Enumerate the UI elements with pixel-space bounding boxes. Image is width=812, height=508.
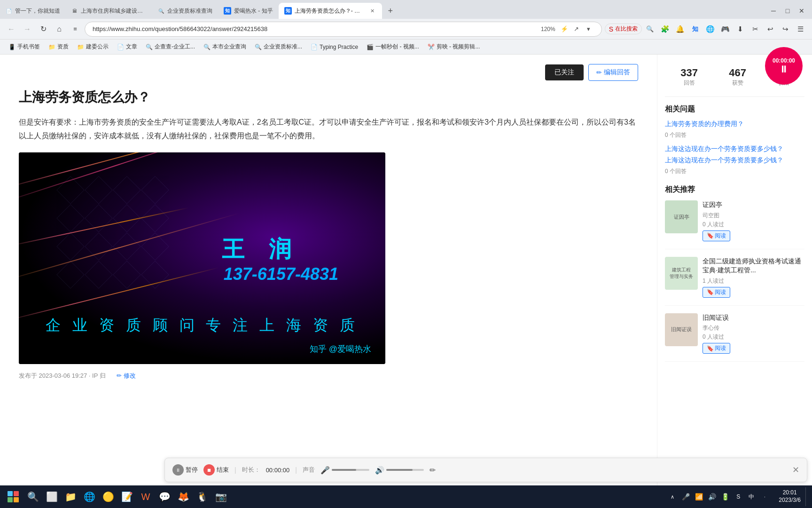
read-btn-2[interactable]: 🔖 阅读 xyxy=(703,287,730,298)
taskbar-explorer[interactable]: 📁 xyxy=(62,488,79,505)
recommend-item-1: 证因亭 证因亭 司空图 0 人读过 🔖 阅读 xyxy=(665,200,804,249)
rec-edit-icon[interactable]: ✏ xyxy=(429,466,436,475)
stat-answers-num: 337 xyxy=(680,67,698,79)
bookmark-qualification[interactable]: 📁 资质 xyxy=(45,42,72,52)
stat-likes: 467 获赞 xyxy=(729,67,746,87)
edit-icon: ✏ xyxy=(596,69,602,76)
stop-button[interactable]: ⏹ 结束 xyxy=(203,464,229,476)
address-input[interactable]: https://www.zhihu.com/question/586643022… xyxy=(85,22,602,37)
tab-1[interactable]: 📄 管一下，你就知道 xyxy=(0,3,66,19)
tray-speaker[interactable]: 🔊 xyxy=(706,491,718,502)
rec-close-button[interactable]: ✕ xyxy=(792,465,799,475)
show-desktop-button[interactable] xyxy=(805,487,808,506)
taskbar-clock[interactable]: 20:01 2023/3/6 xyxy=(776,489,804,504)
browser-addon-3[interactable]: 🎮 xyxy=(718,22,732,36)
read-btn-1[interactable]: 🔖 阅读 xyxy=(703,230,730,241)
forward-button[interactable]: → xyxy=(21,23,34,36)
read-btn-3[interactable]: 🔖 阅读 xyxy=(703,343,730,354)
window-close[interactable]: ✕ xyxy=(795,4,808,17)
bell-icon[interactable]: 🔔 xyxy=(673,22,687,36)
back-button[interactable]: ← xyxy=(5,23,18,36)
search-engine-selector[interactable]: S 在比搜索 xyxy=(605,24,642,34)
bookmark-qicha[interactable]: 🔍 企查查-企业工... xyxy=(142,42,199,52)
tab-2[interactable]: 🏛 上海市住房和城乡建设管理委员会 xyxy=(66,3,152,19)
dropdown-icon[interactable]: ▾ xyxy=(584,24,594,34)
output-volume-fill xyxy=(386,469,413,471)
taskbar-task-view[interactable]: ⬜ xyxy=(43,488,60,505)
taskbar-wps[interactable]: W xyxy=(137,488,154,505)
output-volume-slider[interactable] xyxy=(386,469,424,471)
tray-chevron[interactable]: ∧ xyxy=(667,491,678,502)
tab-3[interactable]: 🔍 企业资质标准查询 xyxy=(152,3,218,19)
taskbar-wechat[interactable]: 💬 xyxy=(156,488,173,505)
browser-addon-6[interactable]: ↩ xyxy=(763,22,777,36)
tray-ime-dot[interactable]: · xyxy=(759,491,770,502)
browser-addon-5[interactable]: ✂ xyxy=(748,22,762,36)
home-button[interactable]: ⌂ xyxy=(53,23,66,36)
pause-button[interactable]: ⏸ 暂停 xyxy=(172,464,198,476)
taskbar-qq[interactable]: 🐧 xyxy=(194,488,211,505)
bookmark-article[interactable]: 📄 文章 xyxy=(113,42,141,52)
tab-4[interactable]: 知 爱喝热水 - 知乎 xyxy=(218,3,279,19)
search-icon[interactable]: 🔍 xyxy=(645,24,655,34)
stat-likes-label: 获赞 xyxy=(729,79,746,87)
duration-label: 时长： xyxy=(242,466,260,474)
follow-button[interactable]: 已关注 xyxy=(545,64,584,80)
extensions-icon[interactable]: 🧩 xyxy=(658,22,672,36)
taskbar-chrome[interactable]: 🟡 xyxy=(100,488,117,505)
bookmark-typing[interactable]: 📄 Typing Practice xyxy=(307,43,362,51)
taskbar-search[interactable]: 🔍 xyxy=(24,488,41,505)
browser-addon-7[interactable]: ↪ xyxy=(778,22,792,36)
mic-volume-fill xyxy=(332,469,356,471)
taskbar-camera[interactable]: 📷 xyxy=(212,488,229,505)
related-q2-sub[interactable]: 上海这边现在办一个劳务资质要多少钱？ xyxy=(665,156,804,165)
edit-button-label: 编辑回答 xyxy=(604,68,630,77)
stat-answers-label: 回答 xyxy=(680,79,698,87)
tray-ime-zh[interactable]: 中 xyxy=(746,491,757,502)
edit-button[interactable]: ✏ 编辑回答 xyxy=(588,64,638,81)
tab-5-close[interactable]: ✕ xyxy=(369,7,376,15)
bookmark-clip[interactable]: ✂️ 剪映 - 视频剪辑... xyxy=(424,42,484,52)
tray-ime-s[interactable]: S xyxy=(733,491,744,502)
action-buttons: 已关注 ✏ 编辑回答 xyxy=(19,64,638,81)
related-q2-count: 0 个回答 xyxy=(665,167,804,175)
browser-addon-1[interactable]: 知 xyxy=(688,22,702,36)
tray-mic[interactable]: 🎤 xyxy=(680,491,691,502)
taskbar-unknown-1[interactable]: 🦊 xyxy=(175,488,192,505)
window-minimize[interactable]: ─ xyxy=(767,4,780,17)
bookmarks-bar: 📱 手机书签 📁 资质 📁 建委公示 📄 文章 🔍 企查查-企业工... 🔍 本… xyxy=(0,40,812,55)
related-q2[interactable]: 上海这边现在办一个劳务资质要多少钱？ xyxy=(665,145,804,153)
browser-addon-2[interactable]: 🌐 xyxy=(703,22,717,36)
tab-1-title: 管一下，你就知道 xyxy=(15,7,60,15)
related-q1[interactable]: 上海劳务资质的办理费用？ xyxy=(665,120,804,128)
edit-link[interactable]: ✏ 修改 xyxy=(117,372,136,379)
timer-overlay[interactable]: 00:00:00 ⏸ xyxy=(765,47,803,85)
bookmark-standard[interactable]: 🔍 企业资质标准... xyxy=(251,42,306,52)
search-engine-icon: S xyxy=(609,25,613,33)
bookmark-local-query[interactable]: 🔍 本市企业查询 xyxy=(200,42,250,52)
new-tab-button[interactable]: + xyxy=(384,4,397,17)
share-icon[interactable]: ↗ xyxy=(571,24,582,34)
browser-addon-4[interactable]: ⬇ xyxy=(733,22,747,36)
mic-volume-slider[interactable] xyxy=(332,469,369,471)
menu-icon[interactable]: ☰ xyxy=(793,22,807,36)
pause-label: 暂停 xyxy=(186,466,198,474)
taskbar-date-value: 2023/3/6 xyxy=(779,497,801,504)
vol-label: 声音 xyxy=(303,466,315,474)
recommend-thumb-3: 旧闻证误 xyxy=(665,313,698,346)
taskbar-notepad[interactable]: 📝 xyxy=(118,488,135,505)
taskbar-edge[interactable]: 🌐 xyxy=(81,488,98,505)
bookmark-mobile[interactable]: 📱 手机书签 xyxy=(5,42,44,52)
tab-5-active[interactable]: 知 上海劳务资质怎么办？- 知乎 ✕ xyxy=(279,3,382,19)
window-maximize[interactable]: □ xyxy=(781,4,794,17)
bookmark-jiwei[interactable]: 📁 建委公示 xyxy=(73,42,112,52)
bookmark-video[interactable]: 🎬 一帧秒创 - 视频... xyxy=(363,42,423,52)
start-button[interactable] xyxy=(4,487,23,506)
reader-mode-button[interactable]: ≡ xyxy=(69,23,82,36)
tray-battery[interactable]: 🔋 xyxy=(719,491,731,502)
address-icons: 120% ⚡ ↗ ▾ xyxy=(539,24,594,34)
tray-wifi[interactable]: 📶 xyxy=(693,491,704,502)
article-title: 上海劳务资质怎么办？ xyxy=(19,88,638,106)
read-label-1: 阅读 xyxy=(715,232,726,240)
refresh-button[interactable]: ↻ xyxy=(37,23,50,36)
